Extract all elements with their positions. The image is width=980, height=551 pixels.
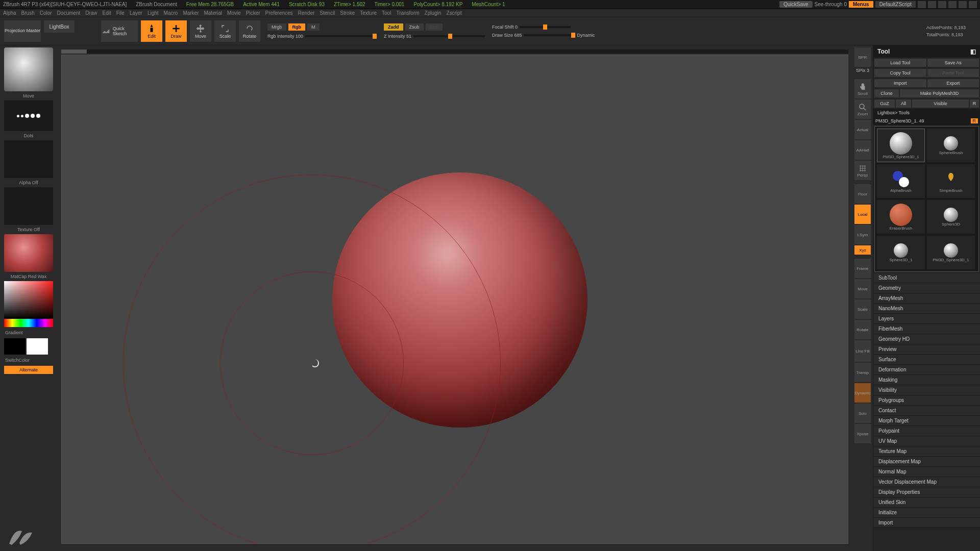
solo-button[interactable]: Solo — [854, 404, 871, 423]
dock-icon[interactable] — [928, 1, 936, 8]
tool-thumb-sphere3d-1[interactable]: Sphere3D_1 — [877, 236, 925, 269]
acc-uvmap[interactable]: UV Map — [873, 436, 980, 446]
acc-visibility[interactable]: Visibility — [873, 385, 980, 395]
menu-brush[interactable]: Brush — [21, 10, 35, 16]
material-preview[interactable] — [4, 234, 53, 272]
acc-deformation[interactable]: Deformation — [873, 365, 980, 375]
draw-size-slider[interactable] — [524, 34, 575, 36]
acc-geometryhd[interactable]: Geometry HD — [873, 334, 980, 344]
xyz-button[interactable]: Xyz — [854, 245, 871, 255]
tool-thumb-pm3d-sphere3d-1[interactable]: PM3D_Sphere3D_1 — [927, 236, 975, 269]
menus-button[interactable]: Menus — [849, 1, 873, 8]
bpr-button[interactable]: BPR — [854, 47, 871, 67]
visible-button[interactable]: Visible — [912, 99, 969, 108]
zsub-button[interactable]: Zsub — [405, 23, 424, 31]
zadd-button[interactable]: Zadd — [384, 23, 403, 31]
persp-button[interactable]: Persp — [854, 161, 871, 180]
acc-geometry[interactable]: Geometry — [873, 283, 980, 293]
transp-button[interactable]: Transp — [854, 363, 871, 382]
z-intensity-slider[interactable] — [413, 35, 485, 37]
lsym-button[interactable]: LSym — [854, 225, 871, 244]
actual-button[interactable]: Actual — [854, 120, 871, 139]
menu-color[interactable]: Color — [40, 10, 52, 16]
menu-light[interactable]: Light — [148, 10, 159, 16]
linefill-button[interactable]: Line Fill — [854, 340, 871, 362]
menu-material[interactable]: Material — [204, 10, 223, 16]
stroke-preview[interactable] — [4, 101, 53, 131]
clone-button[interactable]: Clone — [874, 89, 899, 97]
maximize-icon[interactable] — [959, 1, 967, 8]
save-as-button[interactable]: Save As — [927, 59, 979, 67]
aahalf-button[interactable]: AAHalf — [854, 140, 871, 160]
acc-arraymesh[interactable]: ArrayMesh — [873, 293, 980, 304]
config-icon[interactable] — [918, 1, 926, 8]
zcut-button[interactable]: Zcut — [426, 23, 443, 31]
see-through[interactable]: See-through 0 — [815, 2, 847, 7]
canvas-scrollbar-h[interactable] — [61, 49, 87, 54]
xpose-button[interactable]: Xpose — [854, 424, 871, 443]
menu-stroke[interactable]: Stroke — [340, 10, 355, 16]
rgb-intensity-slider[interactable] — [305, 35, 377, 37]
menu-movie[interactable]: Movie — [227, 10, 241, 16]
acc-polypaint[interactable]: Polypaint — [873, 426, 980, 436]
rgb-button[interactable]: Rgb — [288, 23, 306, 31]
acc-masking[interactable]: Masking — [873, 375, 980, 385]
tool-thumb-spherebrush[interactable]: SphereBrush — [927, 129, 975, 162]
texture-preview[interactable] — [4, 187, 53, 225]
close-icon[interactable] — [969, 1, 977, 8]
minimize-icon[interactable] — [948, 1, 957, 8]
gradient-button[interactable]: Gradient — [4, 329, 53, 336]
collapse-icon[interactable] — [938, 1, 946, 8]
nav-scale-button[interactable]: Scale — [854, 299, 871, 319]
acc-initialize[interactable]: Initialize — [873, 508, 980, 518]
alternate-button[interactable]: Alternate — [4, 366, 53, 374]
paste-tool-button[interactable]: Paste Tool — [927, 69, 979, 77]
menu-alpha[interactable]: Alpha — [3, 10, 16, 16]
menu-preferences[interactable]: Preferences — [265, 10, 293, 16]
tool-thumb-simplebrush[interactable]: SimpleBrush — [927, 164, 975, 198]
lightbox-button[interactable]: LightBox — [44, 20, 75, 33]
all-button[interactable]: All — [896, 99, 911, 108]
acc-subtool[interactable]: SubTool — [873, 273, 980, 283]
alpha-preview[interactable] — [4, 140, 53, 178]
acc-import[interactable]: Import — [873, 518, 980, 528]
frame-button[interactable]: Frame — [854, 259, 871, 278]
acc-displayprops[interactable]: Display Properties — [873, 487, 980, 497]
secondary-color-swatch[interactable] — [4, 338, 26, 355]
menu-macro[interactable]: Macro — [164, 10, 178, 16]
menu-zplugin[interactable]: Zplugin — [425, 10, 442, 16]
menu-texture[interactable]: Texture — [360, 10, 377, 16]
menu-transform[interactable]: Transform — [396, 10, 419, 16]
acc-normalmap[interactable]: Normal Map — [873, 467, 980, 477]
spix-label[interactable]: SPix 3 — [854, 68, 871, 73]
menu-layer[interactable]: Layer — [130, 10, 142, 16]
acc-preview[interactable]: Preview — [873, 344, 980, 355]
nav-rotate-button[interactable]: Rotate — [854, 320, 871, 339]
r-badge[interactable]: R — [971, 118, 978, 123]
menu-edit[interactable]: Edit — [103, 10, 111, 16]
menu-stencil[interactable]: Stencil — [320, 10, 335, 16]
acc-morphtarget[interactable]: Morph Target — [873, 416, 980, 426]
primary-color-swatch[interactable] — [27, 338, 48, 355]
acc-polygroups[interactable]: Polygroups — [873, 395, 980, 406]
load-tool-button[interactable]: Load Tool — [874, 59, 926, 67]
acc-layers[interactable]: Layers — [873, 314, 980, 324]
menu-file[interactable]: File — [116, 10, 125, 16]
import-button[interactable]: Import — [874, 79, 926, 87]
scale-button[interactable]: Scale — [214, 20, 236, 42]
floor-button[interactable]: Floor — [854, 184, 871, 204]
m-button[interactable]: M — [307, 23, 320, 31]
color-picker[interactable] — [4, 281, 53, 327]
acc-contact[interactable]: Contact — [873, 406, 980, 416]
lightbox-tools-header[interactable]: Lightbox> Tools — [873, 109, 980, 117]
projection-master-button[interactable]: Projection Master — [4, 20, 41, 42]
acc-unifiedskin[interactable]: Unified Skin — [873, 497, 980, 508]
menu-draw[interactable]: Draw — [85, 10, 97, 16]
local-button[interactable]: Local — [854, 205, 871, 224]
draw-button[interactable]: Draw — [165, 20, 187, 42]
quicksave-button[interactable]: QuickSave — [779, 1, 812, 8]
panel-pin-icon[interactable]: ◧ — [970, 48, 976, 55]
acc-surface[interactable]: Surface — [873, 355, 980, 365]
tool-thumb-sphere3d[interactable]: Sphere3D — [927, 200, 975, 234]
dynamic-label[interactable]: Dynamic — [577, 33, 595, 38]
